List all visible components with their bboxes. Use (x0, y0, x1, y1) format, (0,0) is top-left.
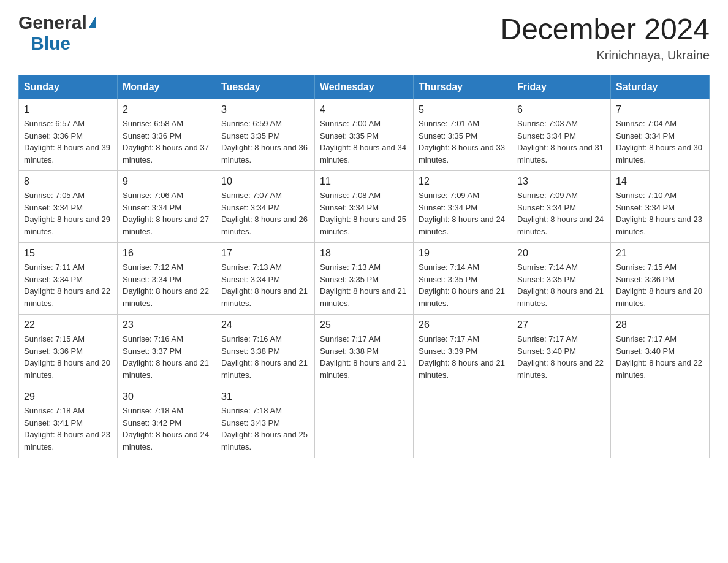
calendar-day-cell: 8Sunrise: 7:05 AMSunset: 3:34 PMDaylight… (19, 171, 118, 243)
calendar-day-cell: 25Sunrise: 7:17 AMSunset: 3:38 PMDayligh… (315, 315, 414, 386)
day-number: 20 (517, 248, 605, 259)
day-info: Sunrise: 7:15 AMSunset: 3:36 PMDaylight:… (616, 261, 704, 309)
calendar-day-cell: 13Sunrise: 7:09 AMSunset: 3:34 PMDayligh… (512, 171, 611, 243)
calendar-day-cell: 5Sunrise: 7:01 AMSunset: 3:35 PMDaylight… (414, 99, 512, 171)
day-number: 21 (616, 248, 704, 259)
day-info: Sunrise: 7:17 AMSunset: 3:39 PMDaylight:… (419, 333, 507, 381)
calendar-day-cell: 26Sunrise: 7:17 AMSunset: 3:39 PMDayligh… (414, 315, 512, 386)
calendar-day-cell: 4Sunrise: 7:00 AMSunset: 3:35 PMDaylight… (315, 99, 414, 171)
day-number: 14 (616, 176, 704, 187)
day-info: Sunrise: 7:09 AMSunset: 3:34 PMDaylight:… (517, 190, 605, 237)
day-number: 25 (320, 320, 408, 331)
day-info: Sunrise: 7:17 AMSunset: 3:40 PMDaylight:… (616, 333, 704, 381)
day-info: Sunrise: 6:57 AMSunset: 3:36 PMDaylight:… (24, 118, 112, 166)
day-number: 4 (320, 104, 408, 115)
day-number: 31 (221, 391, 309, 402)
calendar-table: SundayMondayTuesdayWednesdayThursdayFrid… (18, 75, 710, 458)
day-info: Sunrise: 7:12 AMSunset: 3:34 PMDaylight:… (123, 261, 211, 309)
day-number: 18 (320, 248, 408, 259)
calendar-day-cell: 10Sunrise: 7:07 AMSunset: 3:34 PMDayligh… (216, 171, 315, 243)
calendar-day-cell: 3Sunrise: 6:59 AMSunset: 3:35 PMDaylight… (216, 99, 315, 171)
day-number: 2 (123, 104, 211, 115)
day-number: 22 (24, 320, 112, 331)
weekday-header-sunday: Sunday (19, 75, 118, 99)
day-number: 24 (221, 320, 309, 331)
calendar-day-cell (414, 386, 512, 458)
day-info: Sunrise: 7:13 AMSunset: 3:34 PMDaylight:… (221, 261, 309, 309)
calendar-day-cell: 17Sunrise: 7:13 AMSunset: 3:34 PMDayligh… (216, 243, 315, 315)
day-info: Sunrise: 7:18 AMSunset: 3:42 PMDaylight:… (123, 405, 211, 453)
calendar-week-row: 15Sunrise: 7:11 AMSunset: 3:34 PMDayligh… (19, 243, 710, 315)
calendar-day-cell (512, 386, 611, 458)
calendar-day-cell: 21Sunrise: 7:15 AMSunset: 3:36 PMDayligh… (611, 243, 710, 315)
calendar-day-cell: 11Sunrise: 7:08 AMSunset: 3:34 PMDayligh… (315, 171, 414, 243)
day-number: 6 (517, 104, 605, 115)
day-number: 27 (517, 320, 605, 331)
day-number: 7 (616, 104, 704, 115)
location-label: Krinichnaya, Ukraine (500, 48, 710, 63)
day-info: Sunrise: 7:15 AMSunset: 3:36 PMDaylight:… (24, 333, 112, 381)
day-number: 9 (123, 176, 211, 187)
day-number: 11 (320, 176, 408, 187)
day-number: 5 (419, 104, 507, 115)
calendar-day-cell: 20Sunrise: 7:14 AMSunset: 3:35 PMDayligh… (512, 243, 611, 315)
calendar-day-cell: 15Sunrise: 7:11 AMSunset: 3:34 PMDayligh… (19, 243, 118, 315)
calendar-day-cell: 22Sunrise: 7:15 AMSunset: 3:36 PMDayligh… (19, 315, 118, 386)
day-info: Sunrise: 7:04 AMSunset: 3:34 PMDaylight:… (616, 118, 704, 166)
weekday-header-monday: Monday (118, 75, 216, 99)
weekday-header-saturday: Saturday (611, 75, 710, 99)
calendar-day-cell: 29Sunrise: 7:18 AMSunset: 3:41 PMDayligh… (19, 386, 118, 458)
calendar-week-row: 8Sunrise: 7:05 AMSunset: 3:34 PMDaylight… (19, 171, 710, 243)
logo-blue-text: Blue (31, 33, 70, 54)
day-info: Sunrise: 7:07 AMSunset: 3:34 PMDaylight:… (221, 190, 309, 237)
page-header: General Blue December 2024 Krinichnaya, … (18, 12, 710, 63)
logo-arrow-icon (89, 15, 96, 28)
day-info: Sunrise: 7:06 AMSunset: 3:34 PMDaylight:… (123, 190, 211, 237)
weekday-header-friday: Friday (512, 75, 611, 99)
day-number: 15 (24, 248, 112, 259)
day-number: 16 (123, 248, 211, 259)
day-info: Sunrise: 7:11 AMSunset: 3:34 PMDaylight:… (24, 261, 112, 309)
calendar-day-cell: 18Sunrise: 7:13 AMSunset: 3:35 PMDayligh… (315, 243, 414, 315)
calendar-day-cell: 24Sunrise: 7:16 AMSunset: 3:38 PMDayligh… (216, 315, 315, 386)
calendar-week-row: 29Sunrise: 7:18 AMSunset: 3:41 PMDayligh… (19, 386, 710, 458)
calendar-day-cell: 9Sunrise: 7:06 AMSunset: 3:34 PMDaylight… (118, 171, 216, 243)
calendar-day-cell (315, 386, 414, 458)
calendar-day-cell: 30Sunrise: 7:18 AMSunset: 3:42 PMDayligh… (118, 386, 216, 458)
day-number: 13 (517, 176, 605, 187)
day-info: Sunrise: 7:10 AMSunset: 3:34 PMDaylight:… (616, 190, 704, 237)
day-info: Sunrise: 7:14 AMSunset: 3:35 PMDaylight:… (419, 261, 507, 309)
day-info: Sunrise: 7:16 AMSunset: 3:38 PMDaylight:… (221, 333, 309, 381)
day-number: 10 (221, 176, 309, 187)
calendar-day-cell: 28Sunrise: 7:17 AMSunset: 3:40 PMDayligh… (611, 315, 710, 386)
calendar-day-cell (611, 386, 710, 458)
day-info: Sunrise: 7:08 AMSunset: 3:34 PMDaylight:… (320, 190, 408, 237)
weekday-header-thursday: Thursday (414, 75, 512, 99)
calendar-day-cell: 6Sunrise: 7:03 AMSunset: 3:34 PMDaylight… (512, 99, 611, 171)
day-number: 29 (24, 391, 112, 402)
day-info: Sunrise: 7:01 AMSunset: 3:35 PMDaylight:… (419, 118, 507, 166)
day-number: 19 (419, 248, 507, 259)
day-info: Sunrise: 7:18 AMSunset: 3:41 PMDaylight:… (24, 405, 112, 453)
day-number: 28 (616, 320, 704, 331)
day-info: Sunrise: 7:13 AMSunset: 3:35 PMDaylight:… (320, 261, 408, 309)
calendar-week-row: 22Sunrise: 7:15 AMSunset: 3:36 PMDayligh… (19, 315, 710, 386)
day-number: 12 (419, 176, 507, 187)
weekday-header-wednesday: Wednesday (315, 75, 414, 99)
day-info: Sunrise: 7:17 AMSunset: 3:40 PMDaylight:… (517, 333, 605, 381)
calendar-day-cell: 2Sunrise: 6:58 AMSunset: 3:36 PMDaylight… (118, 99, 216, 171)
logo-general-text: General (18, 12, 87, 33)
day-number: 3 (221, 104, 309, 115)
day-info: Sunrise: 7:09 AMSunset: 3:34 PMDaylight:… (419, 190, 507, 237)
day-info: Sunrise: 7:18 AMSunset: 3:43 PMDaylight:… (221, 405, 309, 453)
month-title: December 2024 (500, 12, 710, 46)
logo: General Blue (18, 12, 96, 54)
weekday-header-tuesday: Tuesday (216, 75, 315, 99)
day-info: Sunrise: 6:59 AMSunset: 3:35 PMDaylight:… (221, 118, 309, 166)
calendar-day-cell: 7Sunrise: 7:04 AMSunset: 3:34 PMDaylight… (611, 99, 710, 171)
day-info: Sunrise: 7:03 AMSunset: 3:34 PMDaylight:… (517, 118, 605, 166)
weekday-header-row: SundayMondayTuesdayWednesdayThursdayFrid… (19, 75, 710, 99)
calendar-day-cell: 16Sunrise: 7:12 AMSunset: 3:34 PMDayligh… (118, 243, 216, 315)
day-number: 26 (419, 320, 507, 331)
calendar-day-cell: 27Sunrise: 7:17 AMSunset: 3:40 PMDayligh… (512, 315, 611, 386)
